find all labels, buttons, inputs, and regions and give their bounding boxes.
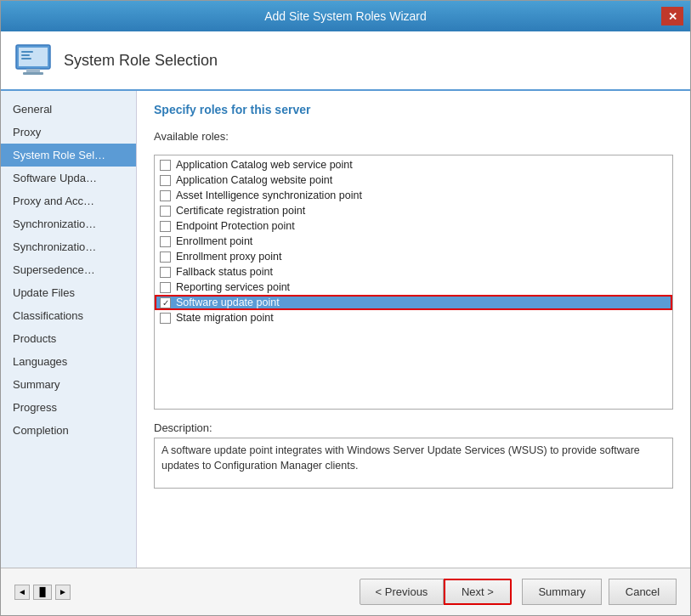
svg-rect-3 bbox=[23, 72, 43, 75]
previous-button[interactable]: < Previous bbox=[360, 579, 445, 605]
description-label: Description: bbox=[154, 421, 673, 434]
role-checkbox-7[interactable] bbox=[160, 267, 171, 278]
role-label-6: Enrollment proxy point bbox=[176, 251, 281, 263]
svg-rect-2 bbox=[26, 69, 40, 72]
svg-rect-1 bbox=[19, 48, 48, 66]
sidebar-item-1[interactable]: Proxy bbox=[1, 121, 136, 144]
wizard-window: Add Site System Roles Wizard ✕ System Ro… bbox=[0, 0, 691, 616]
footer-scroll-controls: ◄ ▐▌ ► bbox=[14, 585, 71, 600]
sidebar-item-2[interactable]: System Role Sel… bbox=[1, 144, 136, 167]
role-item-8[interactable]: Reporting services point bbox=[155, 280, 672, 295]
scroll-mid-button: ▐▌ bbox=[33, 585, 52, 600]
summary-button[interactable]: Summary bbox=[522, 579, 602, 605]
role-item-5[interactable]: Enrollment point bbox=[155, 234, 672, 249]
svg-rect-4 bbox=[21, 51, 33, 53]
description-textbox: A software update point integrates with … bbox=[154, 438, 673, 489]
sidebar-item-5[interactable]: Synchronizatio… bbox=[1, 212, 136, 235]
role-item-4[interactable]: Endpoint Protection point bbox=[155, 218, 672, 234]
role-checkbox-0[interactable] bbox=[160, 160, 171, 171]
roles-list-container[interactable]: Application Catalog web service pointApp… bbox=[154, 155, 673, 410]
role-label-1: Application Catalog website point bbox=[176, 174, 332, 186]
sidebar-item-14[interactable]: Completion bbox=[1, 419, 136, 442]
cancel-button[interactable]: Cancel bbox=[609, 579, 677, 605]
wizard-header: System Role Selection bbox=[1, 31, 690, 91]
sidebar-item-12[interactable]: Summary bbox=[1, 373, 136, 396]
role-checkbox-10[interactable] bbox=[160, 313, 171, 324]
title-bar: Add Site System Roles Wizard ✕ bbox=[1, 1, 690, 31]
role-item-3[interactable]: Certificate registration point bbox=[155, 203, 672, 218]
role-checkbox-3[interactable] bbox=[160, 206, 171, 217]
sidebar-item-7[interactable]: Supersedence… bbox=[1, 258, 136, 281]
sidebar-item-8[interactable]: Update Files bbox=[1, 281, 136, 304]
sidebar-item-3[interactable]: Software Upda… bbox=[1, 167, 136, 189]
roles-label: Available roles: bbox=[154, 130, 673, 143]
role-item-2[interactable]: Asset Intelligence synchronization point bbox=[155, 188, 672, 203]
scroll-right-button[interactable]: ► bbox=[55, 585, 71, 600]
role-label-3: Certificate registration point bbox=[176, 205, 305, 217]
role-item-9[interactable]: ✓Software update point bbox=[155, 295, 672, 310]
role-checkbox-2[interactable] bbox=[160, 190, 171, 201]
role-checkbox-9[interactable]: ✓ bbox=[160, 297, 171, 308]
role-item-7[interactable]: Fallback status point bbox=[155, 264, 672, 280]
header-title: System Role Selection bbox=[64, 52, 218, 70]
content-area: Specify roles for this server Available … bbox=[137, 91, 690, 568]
roles-list: Application Catalog web service pointApp… bbox=[155, 155, 672, 327]
role-item-10[interactable]: State migration point bbox=[155, 310, 672, 325]
close-button[interactable]: ✕ bbox=[661, 7, 683, 25]
role-label-7: Fallback status point bbox=[176, 266, 273, 278]
role-label-8: Reporting services point bbox=[176, 281, 290, 293]
sidebar-item-11[interactable]: Languages bbox=[1, 350, 136, 373]
wizard-icon bbox=[13, 40, 54, 81]
sidebar: GeneralProxySystem Role Sel…Software Upd… bbox=[1, 91, 137, 568]
role-label-5: Enrollment point bbox=[176, 235, 252, 247]
main-content: GeneralProxySystem Role Sel…Software Upd… bbox=[1, 91, 690, 568]
svg-rect-5 bbox=[21, 54, 30, 56]
footer: ◄ ▐▌ ► < Previous Next > Summary Cancel bbox=[1, 568, 690, 615]
role-label-10: State migration point bbox=[176, 312, 274, 324]
role-checkbox-1[interactable] bbox=[160, 175, 171, 186]
role-label-0: Application Catalog web service point bbox=[176, 159, 353, 171]
role-checkbox-4[interactable] bbox=[160, 221, 171, 232]
next-button[interactable]: Next > bbox=[444, 579, 512, 605]
section-title: Specify roles for this server bbox=[154, 103, 673, 116]
role-item-6[interactable]: Enrollment proxy point bbox=[155, 249, 672, 264]
sidebar-item-6[interactable]: Synchronizatio… bbox=[1, 235, 136, 258]
role-item-0[interactable]: Application Catalog web service point bbox=[155, 157, 672, 172]
role-label-9: Software update point bbox=[176, 297, 280, 308]
svg-rect-6 bbox=[21, 58, 31, 59]
role-item-1[interactable]: Application Catalog website point bbox=[155, 172, 672, 188]
role-label-4: Endpoint Protection point bbox=[176, 220, 295, 232]
role-label-2: Asset Intelligence synchronization point bbox=[176, 189, 362, 201]
sidebar-item-13[interactable]: Progress bbox=[1, 396, 136, 419]
nav-buttons-group: < Previous Next > bbox=[360, 579, 513, 605]
sidebar-item-10[interactable]: Products bbox=[1, 327, 136, 350]
sidebar-item-9[interactable]: Classifications bbox=[1, 304, 136, 327]
sidebar-item-4[interactable]: Proxy and Acc… bbox=[1, 189, 136, 212]
role-checkbox-8[interactable] bbox=[160, 282, 171, 293]
window-title: Add Site System Roles Wizard bbox=[30, 9, 661, 23]
role-checkbox-5[interactable] bbox=[160, 236, 171, 247]
role-checkbox-6[interactable] bbox=[160, 251, 171, 263]
sidebar-item-0[interactable]: General bbox=[1, 98, 136, 121]
description-section: Description: A software update point int… bbox=[154, 421, 673, 489]
scroll-left-button[interactable]: ◄ bbox=[14, 585, 30, 600]
